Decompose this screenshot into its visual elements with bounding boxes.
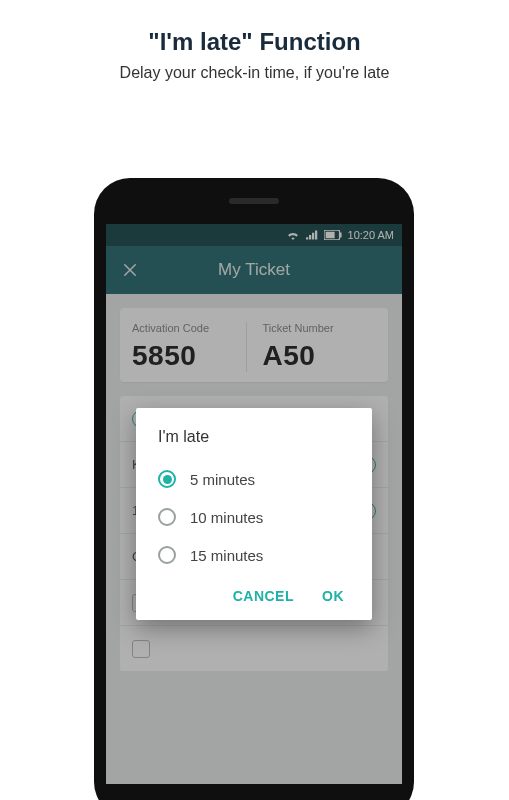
page-title: "I'm late" Function [0, 28, 509, 56]
radio-icon [158, 546, 176, 564]
list-item[interactable] [120, 626, 388, 672]
svg-rect-6 [339, 233, 341, 238]
signal-icon [306, 230, 318, 240]
svg-rect-2 [312, 233, 314, 240]
phone-speaker [229, 198, 279, 204]
cancel-button[interactable]: CANCEL [233, 588, 294, 604]
option-label: 15 minutes [190, 547, 263, 564]
svg-rect-0 [306, 237, 308, 239]
ok-button[interactable]: OK [322, 588, 344, 604]
svg-rect-5 [325, 232, 334, 239]
phone-frame: 10:20 AM My Ticket Activation Code 5850 … [94, 178, 414, 800]
im-late-dialog: I'm late 5 minutes 10 minutes 15 minutes… [136, 408, 372, 620]
radio-icon [158, 470, 176, 488]
dialog-title: I'm late [158, 428, 350, 446]
marketing-heading: "I'm late" Function Delay your check-in … [0, 0, 509, 82]
android-status-bar: 10:20 AM [106, 224, 402, 246]
list-icon [132, 640, 150, 658]
delay-option-5min[interactable]: 5 minutes [158, 460, 350, 498]
delay-option-10min[interactable]: 10 minutes [158, 498, 350, 536]
wifi-icon [286, 230, 300, 240]
radio-icon [158, 508, 176, 526]
page-subtitle: Delay your check-in time, if you're late [0, 64, 509, 82]
svg-rect-3 [315, 231, 317, 240]
svg-rect-1 [309, 235, 311, 240]
option-label: 10 minutes [190, 509, 263, 526]
option-label: 5 minutes [190, 471, 255, 488]
phone-screen: 10:20 AM My Ticket Activation Code 5850 … [106, 224, 402, 784]
ticket-number-value: A50 [263, 340, 377, 372]
activation-code-label: Activation Code [132, 322, 246, 334]
activation-code-value: 5850 [132, 340, 246, 372]
dialog-actions: CANCEL OK [158, 574, 350, 610]
header-title: My Ticket [106, 260, 402, 280]
ticket-card: Activation Code 5850 Ticket Number A50 [120, 308, 388, 382]
status-time: 10:20 AM [348, 229, 394, 241]
battery-icon [324, 230, 342, 240]
app-header: My Ticket [106, 246, 402, 294]
ticket-number-label: Ticket Number [263, 322, 377, 334]
delay-option-15min[interactable]: 15 minutes [158, 536, 350, 574]
